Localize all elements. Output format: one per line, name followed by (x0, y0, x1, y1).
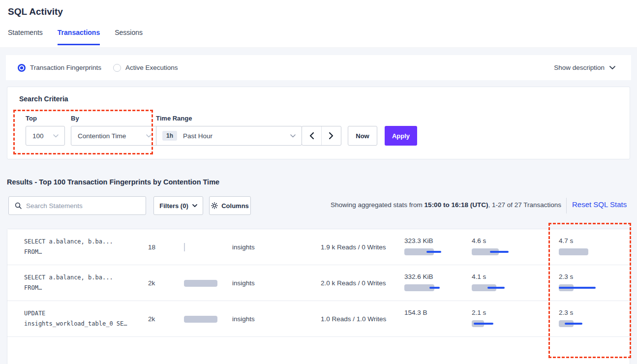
table-body: SELECT a.balance, b.ba...FROM…18insights… (7, 229, 630, 337)
search-criteria-title: Search Criteria (19, 95, 68, 103)
radio-transaction-fingerprints[interactable]: Transaction Fingerprints (18, 64, 101, 72)
application-name-cell: insights (232, 301, 306, 336)
chevron-down-icon (146, 134, 152, 138)
time-range-value: Past Hour (183, 132, 212, 140)
transaction-time-cell: 4.6 s (472, 229, 550, 265)
contention-time-cell: 2.3 s (559, 301, 633, 336)
radio-selected-icon[interactable] (18, 64, 26, 72)
chevron-right-icon (329, 132, 334, 139)
transaction-time-cell: 2.1 s (472, 301, 550, 336)
view-toggle-band: Transaction Fingerprints Active Executio… (6, 55, 631, 80)
radio-label: Transaction Fingerprints (30, 64, 101, 71)
bytes-read-cell: 332.6 KiB (404, 265, 468, 301)
by-select[interactable]: Contention Time (71, 126, 158, 146)
rows-processed-cell: 1.0 Reads / 1.0 Writes (321, 301, 399, 336)
show-description-label: Show description (554, 64, 605, 71)
top-select-value: 100 (32, 132, 44, 140)
columns-button[interactable]: Columns (209, 196, 251, 215)
tab-statements[interactable]: Statements (8, 29, 43, 45)
transaction-time-cell: 4.1 s (472, 265, 550, 301)
time-range-prev-button[interactable] (302, 126, 322, 145)
now-button-label: Now (356, 132, 369, 140)
gear-icon (211, 202, 218, 209)
execution-count-cell: 18 (148, 229, 227, 265)
table-row[interactable]: UPDATEinsights_workload_table_0 SE…2kins… (7, 301, 630, 337)
time-range-badge: 1h (162, 131, 177, 141)
tab-divider (0, 48, 637, 48)
time-range-next-button[interactable] (322, 126, 341, 145)
application-name-cell: insights (232, 265, 306, 301)
time-range-arrow-group (302, 126, 341, 146)
time-range-select[interactable]: 1h Past Hour (156, 126, 302, 146)
chevron-down-icon (290, 134, 296, 138)
search-icon (15, 202, 22, 209)
execution-count-cell: 2k (148, 265, 227, 301)
results-heading: Results - Top 100 Transaction Fingerprin… (7, 178, 219, 186)
tab-sessions[interactable]: Sessions (115, 29, 143, 45)
contention-time-cell: 2.3 s (559, 265, 633, 301)
filters-button-label: Filters (0) (159, 202, 188, 210)
columns-button-label: Columns (221, 202, 249, 210)
toolbar-divider (566, 198, 567, 213)
apply-button[interactable]: Apply (385, 126, 417, 146)
radio-unselected-icon[interactable] (113, 64, 121, 72)
bytes-read-cell: 154.3 B (404, 301, 468, 336)
time-range-label: Time Range (156, 115, 192, 122)
stats-summary: Showing aggregated stats from 15:00 to 1… (295, 201, 561, 209)
transactions-table: TransactionsExecution CountApplication N… (7, 229, 630, 364)
show-description-toggle[interactable]: Show description (554, 55, 615, 80)
execution-count-cell: 2k (148, 301, 227, 336)
filters-button[interactable]: Filters (0) (153, 196, 203, 215)
chevron-down-icon (53, 134, 59, 138)
chevron-down-icon (609, 66, 615, 70)
apply-button-label: Apply (392, 132, 410, 140)
transaction-fingerprint-cell[interactable]: UPDATEinsights_workload_table_0 SE… (24, 301, 140, 336)
search-statements-input[interactable] (26, 202, 146, 210)
rows-processed-cell: 2.0 k Reads / 0 Writes (321, 265, 399, 301)
by-select-value: Contention Time (78, 132, 126, 140)
transaction-fingerprint-cell[interactable]: SELECT a.balance, b.ba...FROM… (24, 265, 140, 301)
tab-transactions[interactable]: Transactions (58, 29, 100, 45)
table-row[interactable]: SELECT a.balance, b.ba...FROM…18insights… (7, 229, 630, 265)
by-label: By (71, 115, 79, 122)
search-criteria-card: Search Criteria Top 100 By Contention Ti… (7, 87, 630, 159)
search-statements-box[interactable] (8, 196, 146, 215)
now-button[interactable]: Now (348, 126, 377, 146)
top-select[interactable]: 100 (26, 126, 65, 146)
tab-bar: Statements Transactions Sessions (8, 29, 143, 45)
transaction-fingerprint-cell[interactable]: SELECT a.balance, b.ba...FROM… (24, 229, 140, 265)
application-name-cell: insights (232, 229, 306, 265)
contention-time-cell: 4.7 s (559, 229, 633, 265)
sql-activity-page: SQL Activity Statements Transactions Ses… (0, 0, 637, 364)
radio-active-executions[interactable]: Active Executions (113, 64, 178, 72)
rows-processed-cell: 1.9 k Reads / 0 Writes (321, 229, 399, 265)
bytes-read-cell: 323.3 KiB (404, 229, 468, 265)
radio-label: Active Executions (125, 64, 178, 71)
top-label: Top (26, 115, 37, 122)
chevron-down-icon (192, 204, 197, 208)
reset-sql-stats-link[interactable]: Reset SQL Stats (572, 200, 627, 209)
page-title: SQL Activity (8, 6, 63, 17)
chevron-left-icon (309, 132, 314, 139)
table-row[interactable]: SELECT a.balance, b.ba...FROM…2kinsights… (7, 265, 630, 301)
stats-time-range: 15:00 to 16:18 (UTC) (425, 201, 488, 209)
